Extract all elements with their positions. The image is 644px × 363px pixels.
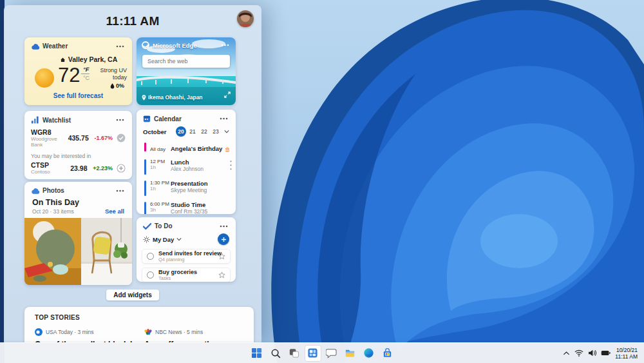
- todo-more-icon[interactable]: [218, 224, 229, 229]
- see-full-forecast-link[interactable]: See full forecast: [24, 92, 132, 99]
- watchlist-widget[interactable]: Watchlist WGR8 Woodgrove Bank 435.75 -1.…: [24, 111, 132, 179]
- avatar-photo: [237, 10, 254, 27]
- stock-row-ctsp[interactable]: CTSP Contoso 23.98 +2.23%: [24, 161, 132, 175]
- watchlist-title: Watchlist: [43, 117, 71, 124]
- my-day-sun-icon: [143, 236, 150, 243]
- photos-heading: On This Day: [24, 194, 132, 207]
- see-all-link[interactable]: See all: [105, 208, 124, 215]
- top-stories-section: TOP STORIES USA Today · 3 mins One of th…: [24, 307, 254, 342]
- photo-still-life[interactable]: [24, 218, 81, 285]
- volume-icon[interactable]: [588, 349, 596, 357]
- start-button[interactable]: [249, 345, 265, 362]
- task-checkbox[interactable]: [147, 253, 154, 260]
- weather-precipitation: 0%: [110, 83, 124, 89]
- edge-browser-button[interactable]: [361, 345, 377, 362]
- panel-clock: 11:11 AM: [4, 14, 261, 28]
- photos-more-icon[interactable]: [115, 188, 126, 193]
- edge-widget[interactable]: Microsoft Edge Ikema Ohashi, Japan: [137, 37, 236, 105]
- location-pin-icon: [142, 95, 146, 101]
- weather-temperature: 72 °F °C: [58, 64, 91, 86]
- store-button[interactable]: [379, 345, 396, 362]
- photos-title: Photos: [43, 187, 64, 194]
- calendar-month: October: [143, 128, 166, 135]
- weather-widget[interactable]: Weather Valley Park, CA: [24, 37, 132, 105]
- task-row-send-invites[interactable]: Send invites for review Q4 planning: [142, 249, 231, 264]
- top-stories-heading: TOP STORIES: [35, 314, 243, 321]
- photos-strip[interactable]: [24, 218, 132, 285]
- nbc-news-logo-icon: [144, 328, 152, 336]
- calendar-widget[interactable]: Calendar October 20 21 22 23: [137, 110, 236, 214]
- edge-search-box[interactable]: [142, 55, 230, 68]
- edge-widget-title: Microsoft Edge: [153, 42, 197, 49]
- stock-price: 435.75: [68, 134, 89, 142]
- stock-ticker: WGR8: [31, 128, 68, 136]
- widgets-panel: 11:11 AM Weather: [4, 5, 261, 342]
- photo-chair-plant[interactable]: [81, 218, 132, 285]
- chevron-down-icon[interactable]: [176, 237, 182, 241]
- edge-search-input[interactable]: [142, 58, 225, 64]
- network-wifi-icon[interactable]: [574, 349, 583, 357]
- todo-check-icon: [143, 223, 151, 230]
- tray-date: 10/20/21: [615, 347, 638, 353]
- calendar-icon: [143, 115, 151, 123]
- calendar-more-icon[interactable]: [218, 116, 229, 121]
- event-kebab-icon[interactable]: [230, 160, 232, 174]
- photos-cloud-icon: [31, 188, 39, 194]
- chevron-down-icon[interactable]: [224, 130, 229, 133]
- avatar[interactable]: [237, 10, 254, 27]
- story-nbc-news[interactable]: NBC News · 5 mins Are coffee naps the an…: [144, 328, 243, 342]
- calendar-date-22[interactable]: 22: [199, 126, 209, 137]
- task-view-button[interactable]: [286, 345, 303, 362]
- calendar-event-birthday[interactable]: All day Angela's Birthday 🎂: [137, 142, 236, 153]
- edge-logo-icon: [142, 41, 149, 49]
- calendar-date-20[interactable]: 20: [176, 126, 186, 137]
- tray-time: 11:11 AM: [615, 353, 638, 360]
- battery-icon[interactable]: [601, 350, 611, 356]
- file-explorer-button[interactable]: [342, 345, 359, 362]
- edge-more-icon[interactable]: [220, 43, 231, 48]
- tray-clock[interactable]: 10/20/21 11:11 AM: [615, 347, 640, 360]
- calendar-event-lunch[interactable]: 12 PM 1h Lunch Alex Johnson: [137, 159, 236, 175]
- chat-button[interactable]: [323, 345, 340, 362]
- stock-change: -1.67%: [89, 135, 113, 141]
- add-widgets-button[interactable]: Add widgets: [106, 289, 158, 300]
- watchlist-suggestion-label: You may be interested in: [24, 148, 132, 159]
- home-icon: [60, 57, 66, 63]
- star-icon[interactable]: [218, 253, 225, 260]
- stock-company: Contoso: [31, 169, 70, 175]
- edge-photo-caption: Ikema Ohashi, Japan: [142, 94, 203, 101]
- stock-row-wgr8[interactable]: WGR8 Woodgrove Bank 435.75 -1.67%: [24, 128, 132, 148]
- calendar-title: Calendar: [154, 115, 182, 123]
- stock-change: +2.23%: [88, 165, 113, 172]
- add-task-button[interactable]: [218, 233, 229, 245]
- todo-widget[interactable]: To Do My Day: [137, 217, 236, 282]
- widgets-button[interactable]: [305, 345, 321, 362]
- weather-location: Valley Park, CA: [50, 55, 127, 63]
- weather-more-icon[interactable]: [115, 44, 126, 49]
- tray-chevron-up-icon[interactable]: [563, 351, 570, 356]
- stock-add-icon[interactable]: [117, 164, 126, 173]
- expand-icon[interactable]: [224, 89, 231, 101]
- stock-added-icon[interactable]: [117, 133, 126, 142]
- droplet-icon: [110, 83, 115, 89]
- story-source: USA Today · 3 mins: [46, 329, 94, 335]
- task-row-buy-groceries[interactable]: Buy groceries Tasks: [142, 268, 231, 282]
- weather-condition: Strong UV today: [87, 67, 127, 81]
- calendar-date-21[interactable]: 21: [187, 126, 198, 137]
- story-usa-today[interactable]: USA Today · 3 mins One of the smallest b…: [35, 328, 134, 342]
- search-button[interactable]: [267, 345, 284, 362]
- stocks-chart-icon: [31, 116, 39, 124]
- weather-title: Weather: [43, 43, 68, 50]
- task-checkbox[interactable]: [147, 271, 154, 279]
- watchlist-more-icon[interactable]: [115, 117, 126, 123]
- taskbar: 10/20/21 11:11 AM: [0, 342, 644, 363]
- photos-subheading: Oct 20 · 33 items: [32, 208, 74, 215]
- calendar-event-presentation[interactable]: 1:30 PM 1h Presentation Skype Meeting: [137, 180, 236, 196]
- todo-title: To Do: [155, 222, 173, 230]
- calendar-event-studio-time[interactable]: 6:00 PM 3h Studio Time Conf Rm 32/35: [137, 201, 236, 214]
- todo-list-selector[interactable]: My Day: [153, 236, 174, 243]
- star-icon[interactable]: [218, 271, 225, 279]
- photos-widget[interactable]: Photos On This Day Oct 20 · 33 items See…: [24, 182, 132, 285]
- desktop: 11:11 AM Weather: [0, 0, 644, 363]
- calendar-date-23[interactable]: 23: [211, 126, 221, 137]
